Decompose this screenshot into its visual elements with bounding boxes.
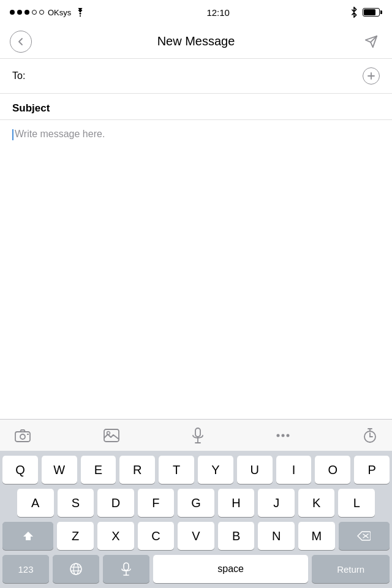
keyboard-row-2: A S D F G H J K L — [2, 489, 390, 517]
to-row: To: — [0, 59, 392, 94]
page-title: New Message — [157, 34, 235, 48]
message-row[interactable]: Write message here. — [0, 120, 392, 230]
svg-point-20 — [74, 564, 78, 575]
key-d[interactable]: D — [97, 489, 134, 517]
microphone-button[interactable] — [192, 428, 203, 443]
compose-toolbar — [0, 419, 392, 451]
return-key[interactable]: Return — [312, 555, 390, 583]
key-x[interactable]: X — [97, 522, 134, 550]
mic-key-bottom[interactable] — [103, 555, 149, 583]
dot-3 — [24, 10, 29, 15]
keyboard: Q W E R T Y U I O P A S D F G H J K L — [0, 451, 392, 588]
svg-point-19 — [70, 564, 81, 575]
more-button[interactable] — [276, 434, 290, 437]
text-cursor — [12, 129, 13, 140]
timer-button[interactable] — [363, 428, 377, 443]
key-i[interactable]: I — [276, 456, 312, 484]
space-key[interactable]: space — [153, 555, 308, 583]
key-k[interactable]: K — [298, 489, 335, 517]
dot-5 — [39, 10, 44, 15]
key-e[interactable]: E — [81, 456, 116, 484]
shift-key[interactable] — [2, 522, 53, 550]
status-left: OKsys — [10, 8, 86, 17]
message-placeholder-text: Write message here. — [15, 129, 105, 140]
svg-point-13 — [287, 434, 290, 437]
key-n[interactable]: N — [258, 522, 295, 550]
key-w[interactable]: W — [42, 456, 77, 484]
camera-button[interactable] — [15, 429, 31, 442]
signal-dots — [10, 10, 44, 15]
keyboard-row-3: Z X C V B N M — [2, 522, 390, 550]
svg-point-4 — [20, 434, 25, 439]
status-right — [350, 7, 382, 18]
key-u[interactable]: U — [237, 456, 273, 484]
key-o[interactable]: O — [315, 456, 350, 484]
send-button[interactable] — [360, 31, 382, 53]
svg-point-12 — [282, 434, 285, 437]
backspace-key[interactable] — [339, 522, 390, 550]
svg-point-11 — [277, 434, 280, 437]
key-b[interactable]: B — [218, 522, 255, 550]
main-content: New Message To: Subject — [0, 24, 392, 588]
svg-rect-5 — [27, 434, 29, 435]
status-time: 12:10 — [206, 7, 230, 18]
svg-point-0 — [80, 15, 81, 17]
dot-2 — [17, 10, 22, 15]
bluetooth-icon — [350, 7, 358, 18]
carrier-label: OKsys — [48, 8, 71, 17]
key-r[interactable]: R — [119, 456, 155, 484]
globe-key[interactable] — [53, 555, 99, 583]
key-m[interactable]: M — [298, 522, 335, 550]
key-f[interactable]: F — [138, 489, 175, 517]
message-placeholder: Write message here. — [12, 129, 380, 140]
subject-row: Subject — [0, 94, 392, 120]
key-v[interactable]: V — [178, 522, 214, 550]
keyboard-row-bottom: 123 space Return — [2, 555, 390, 583]
key-q[interactable]: Q — [2, 456, 38, 484]
key-l[interactable]: L — [338, 489, 375, 517]
keyboard-row-1: Q W E R T Y U I O P — [2, 456, 390, 484]
svg-point-7 — [107, 431, 110, 434]
photo-button[interactable] — [104, 429, 119, 442]
compose-area: To: Subject Write message here. — [0, 59, 392, 419]
key-j[interactable]: J — [258, 489, 295, 517]
key-h[interactable]: H — [218, 489, 255, 517]
svg-rect-23 — [124, 563, 129, 570]
num-key[interactable]: 123 — [2, 555, 49, 583]
battery-icon — [363, 8, 382, 17]
key-s[interactable]: S — [58, 489, 94, 517]
key-p[interactable]: P — [354, 456, 390, 484]
status-bar: OKsys 12:10 — [0, 0, 392, 24]
to-input[interactable] — [36, 70, 363, 81]
nav-bar: New Message — [0, 24, 392, 59]
add-recipient-button[interactable] — [363, 67, 380, 85]
subject-label: Subject — [12, 102, 50, 114]
key-z[interactable]: Z — [57, 522, 94, 550]
dot-1 — [10, 10, 15, 15]
back-button[interactable] — [10, 31, 32, 53]
key-g[interactable]: G — [178, 489, 214, 517]
key-a[interactable]: A — [17, 489, 54, 517]
key-y[interactable]: Y — [198, 456, 233, 484]
wifi-icon — [75, 8, 86, 17]
key-t[interactable]: T — [159, 456, 194, 484]
key-c[interactable]: C — [138, 522, 175, 550]
dot-4 — [32, 10, 37, 15]
svg-rect-3 — [15, 432, 30, 442]
to-label: To: — [12, 70, 31, 81]
svg-rect-8 — [195, 428, 200, 437]
